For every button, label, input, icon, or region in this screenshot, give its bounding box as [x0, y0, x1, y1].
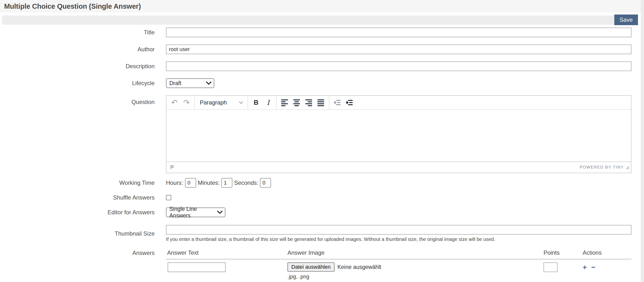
align-center-icon [292, 98, 301, 107]
editor-for-answers-select[interactable]: Single Line Answers [166, 207, 226, 217]
toolbar-group-align [276, 96, 329, 109]
form-row-working-time: Working Time Hours: Minutes: Seconds: [0, 178, 644, 188]
form-row-answers: Answers Answer Text Answer Image Points … [0, 249, 644, 280]
minutes-label: Minutes: [198, 179, 220, 186]
undo-button[interactable]: ↶ [169, 97, 180, 108]
outdent-button[interactable] [332, 97, 343, 108]
chevron-down-icon [206, 82, 211, 85]
form-row-question: Question ↶ ↷ [0, 95, 644, 173]
editor-toolbar: ↶ ↷ Paragraph [166, 96, 631, 110]
working-time-label: Working Time [0, 178, 154, 188]
italic-button[interactable]: I [262, 97, 274, 108]
undo-icon: ↶ [171, 99, 178, 106]
toolbar-group-indent [329, 96, 357, 109]
outdent-icon [333, 98, 341, 107]
remove-answer-icon[interactable]: − [591, 262, 596, 272]
seconds-input[interactable] [260, 178, 271, 188]
paragraph-format-dropdown[interactable]: Paragraph [197, 99, 245, 106]
add-answer-icon[interactable]: + [583, 262, 587, 272]
thumbnail-input[interactable] [166, 225, 632, 235]
thumbnail-label: Thumbnail Size [0, 229, 154, 238]
page: Multiple Choice Question (Single Answer)… [0, 0, 644, 282]
answer-text-input[interactable] [168, 262, 226, 272]
editor-content-area[interactable] [166, 110, 631, 162]
points-input[interactable] [544, 262, 558, 272]
chevron-down-icon [239, 101, 243, 104]
page-header: Multiple Choice Question (Single Answer) [0, 0, 644, 13]
thumbnail-help-text: If you enter a thumbnail size, a thumbna… [166, 236, 632, 242]
toolbar-group-history: ↶ ↷ [166, 96, 195, 109]
indent-icon [345, 98, 354, 107]
form-row-shuffle: Shuffle Answers [0, 194, 644, 201]
file-type-hint: .jpg, .png [288, 273, 544, 280]
editor-for-answers-selected-value: Single Line Answers [169, 206, 214, 219]
form-row-thumbnail: Thumbnail Size If you enter a thumbnail … [0, 225, 644, 242]
align-justify-icon [317, 98, 325, 107]
bold-button[interactable]: B [250, 97, 262, 108]
editor-statusbar: P POWERED BY TINY [166, 162, 631, 173]
answers-header-row: Answer Text Answer Image Points Actions [166, 249, 632, 256]
shuffle-checkbox[interactable] [166, 195, 171, 200]
lifecycle-select[interactable]: Draft [166, 78, 214, 88]
title-input[interactable] [166, 28, 632, 37]
question-label: Question [0, 95, 154, 105]
resize-handle-icon[interactable] [625, 165, 630, 170]
answer-row: Datei auswählen Keine ausgewählt .jpg, .… [166, 260, 632, 280]
column-header-answer-text: Answer Text [166, 249, 287, 256]
file-upload-button[interactable]: Datei auswählen [288, 262, 334, 271]
form-row-author: Author [0, 45, 644, 54]
rich-text-editor: ↶ ↷ Paragraph [166, 95, 632, 173]
form-row-title: Title [0, 28, 644, 37]
editor-element-path[interactable]: P [170, 164, 174, 170]
column-header-answer-image: Answer Image [287, 249, 544, 256]
lifecycle-selected-value: Draft [169, 80, 182, 87]
toolbar-group-fontstyle: B I [248, 96, 276, 109]
title-label: Title [0, 28, 154, 37]
toolbar-group-blocks: Paragraph [195, 96, 248, 109]
column-header-points: Points [544, 249, 582, 256]
question-form: Title Author Description Lifecycle Draft [0, 25, 644, 280]
chevron-down-icon [217, 211, 222, 214]
seconds-label: Seconds: [234, 179, 258, 186]
redo-icon: ↷ [183, 99, 190, 106]
answers-label: Answers [0, 249, 154, 257]
minutes-input[interactable] [221, 178, 232, 188]
hours-input[interactable] [185, 178, 196, 188]
align-right-icon [304, 98, 313, 107]
author-label: Author [0, 45, 154, 54]
redo-button[interactable]: ↷ [181, 97, 192, 108]
shuffle-label: Shuffle Answers [0, 194, 154, 201]
bold-icon: B [254, 99, 258, 106]
align-center-button[interactable] [291, 97, 302, 108]
hours-label: Hours: [166, 179, 183, 186]
column-header-actions: Actions [582, 249, 632, 256]
paragraph-format-value: Paragraph [200, 99, 227, 106]
indent-button[interactable] [344, 97, 355, 108]
description-label: Description [0, 62, 154, 71]
command-bar: Save [2, 16, 638, 25]
editor-branding: POWERED BY TINY [580, 165, 630, 170]
align-justify-button[interactable] [315, 97, 326, 108]
italic-icon: I [267, 99, 269, 107]
page-title: Multiple Choice Question (Single Answer) [4, 3, 141, 11]
editor-for-answers-label: Editor for Answers [0, 207, 154, 217]
align-right-button[interactable] [303, 97, 314, 108]
form-row-lifecycle: Lifecycle Draft [0, 78, 644, 88]
description-input[interactable] [166, 62, 632, 71]
align-left-icon [280, 98, 289, 107]
vertical-scrollbar[interactable] [641, 0, 644, 282]
author-input[interactable] [166, 45, 632, 54]
file-upload-status: Keine ausgewählt [338, 264, 382, 270]
form-row-editor-for-answers: Editor for Answers Single Line Answers [0, 207, 644, 217]
align-left-button[interactable] [279, 97, 290, 108]
lifecycle-label: Lifecycle [0, 78, 154, 88]
form-row-description: Description [0, 62, 644, 71]
save-button[interactable]: Save [614, 15, 638, 25]
